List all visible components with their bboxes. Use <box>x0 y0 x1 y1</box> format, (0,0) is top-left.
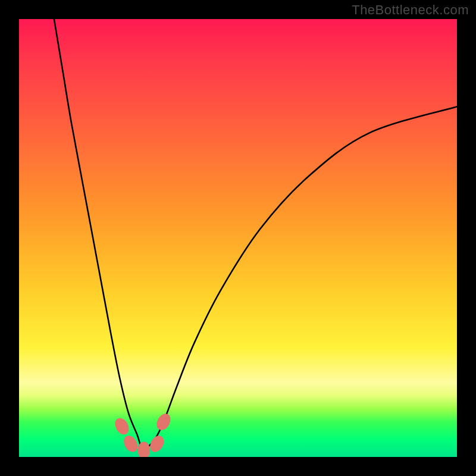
chart-container: TheBottleneck.com <box>0 0 476 476</box>
curve-layer <box>19 19 457 457</box>
valley-markers-group <box>112 411 173 457</box>
valley-marker <box>154 411 174 433</box>
plot-area <box>19 19 457 457</box>
valley-marker <box>148 433 167 455</box>
watermark-text: TheBottleneck.com <box>352 2 469 18</box>
bottleneck-curve <box>54 19 457 450</box>
valley-marker <box>112 416 132 437</box>
